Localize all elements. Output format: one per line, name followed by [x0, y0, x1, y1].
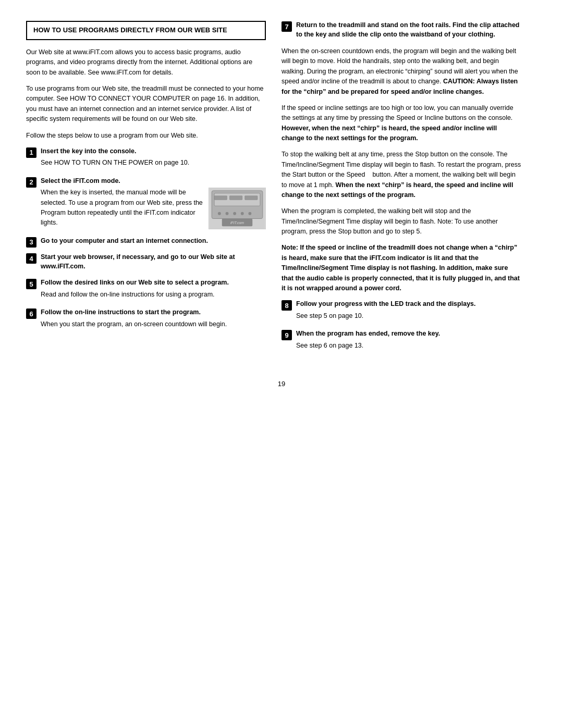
step-7-para-5: Note: If the speed or incline of the tre… — [282, 243, 521, 293]
step-2: 2 Select the iFIT.com mode. When the key… — [26, 177, 266, 231]
step-8-content: Follow your progress with the LED track … — [296, 300, 521, 324]
step-5-content: Follow the desired links on our Web site… — [41, 278, 266, 303]
step-7-para-4: When the program is completed, the walki… — [282, 206, 521, 237]
console-image: iFIT.com — [209, 188, 266, 229]
step-2-text: When the key is inserted, the manual mod… — [41, 188, 203, 231]
step-1-number: 1 — [26, 147, 36, 158]
step-9-body: See step 6 on page 13. — [296, 341, 521, 351]
step-9-title: When the program has ended, remove the k… — [296, 329, 521, 339]
step-1: 1 Insert the key into the console. See H… — [26, 147, 266, 171]
step-2-number: 2 — [26, 177, 36, 188]
step-3-content: Go to your computer and start an interne… — [41, 237, 266, 248]
step-1-title: Insert the key into the console. — [41, 147, 266, 156]
svg-rect-12 — [245, 196, 258, 200]
step-9-number: 9 — [282, 330, 292, 340]
page-layout: HOW TO USE PROGRAMS DIRECTLY FROM OUR WE… — [26, 21, 537, 359]
step-7-title: Return to the treadmill and stand on the… — [296, 21, 521, 39]
step-7-para-3: To stop the walking belt at any time, pr… — [282, 150, 521, 200]
step-6-title: Follow the on-line instructions to start… — [41, 308, 266, 317]
svg-rect-11 — [229, 196, 242, 200]
intro-paragraph-3: Follow the steps below to use a program … — [26, 131, 266, 141]
step-1-content: Insert the key into the console. See HOW… — [41, 147, 266, 171]
step-4-number: 4 — [26, 253, 36, 264]
step-5-title: Follow the desired links on our Web site… — [41, 278, 266, 288]
svg-point-7 — [248, 212, 251, 215]
step-3-number: 3 — [26, 237, 36, 248]
step-4-title: Start your web browser, if necessary, an… — [41, 253, 266, 271]
step-2-body: When the key is inserted, the manual mod… — [41, 188, 203, 228]
step-7: 7 Return to the treadmill and stand on t… — [282, 21, 521, 41]
left-column: HOW TO USE PROGRAMS DIRECTLY FROM OUR WE… — [26, 21, 266, 359]
step-7-number: 7 — [282, 21, 292, 32]
step-8-body: See step 5 on page 10. — [296, 311, 521, 321]
step-7-para-1: When the on-screen countdown ends, the p… — [282, 46, 521, 97]
step-7-content: Return to the treadmill and stand on the… — [296, 21, 521, 41]
svg-rect-10 — [214, 196, 227, 200]
svg-point-5 — [233, 212, 236, 215]
right-column: 7 Return to the treadmill and stand on t… — [282, 21, 521, 359]
step-5-body: Read and follow the on-line instructions… — [41, 290, 266, 300]
svg-text:iFIT.com: iFIT.com — [230, 221, 244, 225]
step-8-number: 8 — [282, 300, 292, 311]
step-5: 5 Follow the desired links on our Web si… — [26, 278, 266, 303]
intro-paragraph-2: To use programs from our Web site, the t… — [26, 84, 266, 125]
step-9-content: When the program has ended, remove the k… — [296, 329, 521, 354]
step-8-title: Follow your progress with the LED track … — [296, 300, 521, 309]
step-2-title: Select the iFIT.com mode. — [41, 177, 266, 186]
step-6-body: When you start the program, an on-screen… — [41, 319, 266, 329]
step-9: 9 When the program has ended, remove the… — [282, 329, 521, 354]
svg-point-3 — [218, 212, 221, 215]
step-3: 3 Go to your computer and start an inter… — [26, 237, 266, 248]
step-8: 8 Follow your progress with the LED trac… — [282, 300, 521, 324]
step-5-number: 5 — [26, 279, 36, 289]
svg-point-4 — [226, 212, 229, 215]
step-7-para-2: If the speed or incline settings are too… — [282, 103, 521, 144]
step-2-content: Select the iFIT.com mode. When the key i… — [41, 177, 266, 231]
page-number: 19 — [26, 380, 537, 388]
section-title: HOW TO USE PROGRAMS DIRECTLY FROM OUR WE… — [33, 26, 259, 35]
step-4: 4 Start your web browser, if necessary, … — [26, 253, 266, 273]
svg-point-6 — [241, 212, 244, 215]
step-6-content: Follow the on-line instructions to start… — [41, 308, 266, 332]
intro-paragraph-1: Our Web site at www.iFIT.com allows you … — [26, 47, 266, 78]
step-6: 6 Follow the on-line instructions to sta… — [26, 308, 266, 332]
step-4-content: Start your web browser, if necessary, an… — [41, 253, 266, 273]
step-1-body: See HOW TO TURN ON THE POWER on page 10. — [41, 158, 266, 168]
step-6-number: 6 — [26, 309, 36, 319]
step-2-with-image: When the key is inserted, the manual mod… — [41, 188, 266, 231]
section-header: HOW TO USE PROGRAMS DIRECTLY FROM OUR WE… — [26, 21, 266, 40]
step-3-title: Go to your computer and start an interne… — [41, 237, 266, 246]
